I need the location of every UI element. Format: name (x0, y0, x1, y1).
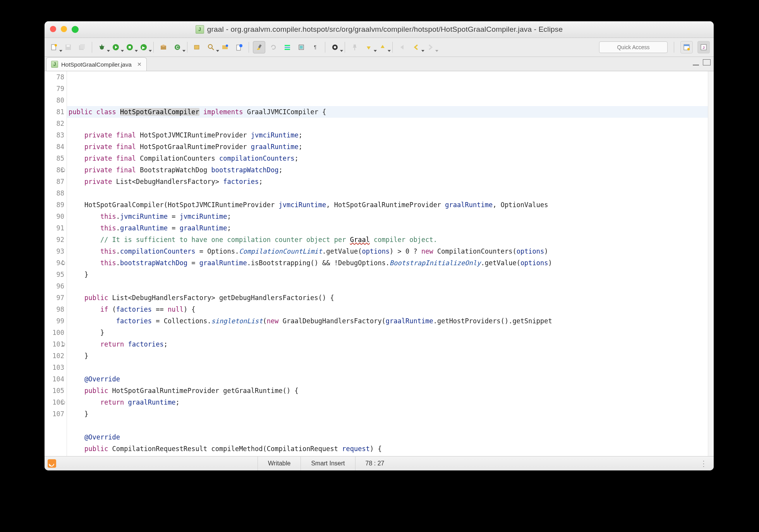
new-package-button[interactable] (158, 41, 169, 53)
code-line[interactable]: HotSpotGraalCompiler(HotSpotJVMCIRuntime… (67, 199, 714, 211)
line-number: 103 (45, 362, 64, 373)
new-class-button[interactable]: C (172, 41, 183, 53)
line-number: 107 (45, 408, 64, 420)
code-line[interactable]: private final BootstrapWatchDog bootstra… (67, 164, 714, 176)
close-window-button[interactable] (50, 26, 56, 32)
svg-point-24 (226, 45, 228, 47)
code-line[interactable]: } (67, 350, 714, 362)
overview-ruler[interactable] (708, 71, 714, 456)
save-button[interactable] (62, 41, 74, 53)
java-file-icon (196, 25, 204, 34)
rss-icon[interactable] (48, 459, 56, 468)
line-number: 98 (45, 304, 64, 315)
close-tab-icon[interactable]: ✕ (137, 61, 142, 67)
code-line[interactable]: public List<DebugHandlersFactory> getDeb… (67, 292, 714, 304)
svg-text:▶: ▶ (142, 45, 145, 50)
line-number: 88 (45, 187, 64, 199)
maximize-view-icon[interactable] (703, 59, 711, 65)
titlebar: graal - org.graalvm.compiler.hotspot/src… (45, 21, 714, 38)
line-number: 95 (45, 269, 64, 280)
code-line[interactable]: } (67, 269, 714, 280)
code-editor[interactable]: 7879808182838485868788899091929394959697… (45, 71, 714, 456)
line-number: 91 (45, 222, 64, 234)
window-controls (50, 26, 79, 33)
code-line[interactable]: private final HotSpotJVMCIRuntimeProvide… (67, 129, 714, 141)
code-line[interactable]: private final CompilationCounters compil… (67, 153, 714, 164)
code-line[interactable]: this.compilationCounters = Options.Compi… (67, 245, 714, 257)
code-line[interactable]: this.jvmciRuntime = jvmciRuntime; (67, 211, 714, 222)
code-line[interactable]: } (67, 408, 714, 420)
quick-access-input[interactable] (599, 41, 668, 53)
svg-point-26 (239, 44, 242, 47)
svg-rect-3 (67, 45, 70, 47)
run-last-button[interactable]: ▶ (138, 41, 149, 53)
toggle-block-selection-button[interactable] (295, 41, 307, 53)
show-whitespace-button[interactable]: ¶ (309, 41, 321, 53)
code-line[interactable]: return factories; (67, 338, 714, 350)
status-cursor-position: 78 : 27 (355, 456, 395, 470)
prev-annotation-button[interactable] (377, 41, 388, 53)
open-type-button[interactable] (191, 41, 203, 53)
run-button[interactable] (110, 41, 122, 53)
line-number: 101 (45, 338, 64, 350)
editor-tab-label: HotSpotGraalCompiler.java (61, 61, 132, 68)
code-line[interactable]: factories = Collections.singletonList(ne… (67, 315, 714, 327)
back-button[interactable] (410, 41, 422, 53)
window-title: graal - org.graalvm.compiler.hotspot/src… (207, 25, 563, 34)
new-button[interactable] (48, 41, 60, 53)
code-line[interactable] (67, 420, 714, 431)
svg-rect-13 (129, 46, 131, 48)
forward-button[interactable] (424, 41, 436, 53)
line-number: 92 (45, 234, 64, 245)
eclipse-window: graal - org.graalvm.compiler.hotspot/src… (45, 21, 714, 470)
debug-button[interactable] (96, 41, 108, 53)
code-line[interactable]: public CompilationRequestResult compileM… (67, 443, 714, 455)
code-line[interactable]: @Override (67, 431, 714, 443)
open-perspective-button[interactable] (680, 41, 693, 53)
editor-tab-active[interactable]: HotSpotGraalCompiler.java ✕ (46, 57, 147, 71)
toggle-highlight-button[interactable] (253, 41, 265, 53)
code-line[interactable]: // It is sufficient to have one compilat… (67, 234, 714, 245)
code-line[interactable]: if (factories == null) { (67, 304, 714, 315)
code-line[interactable]: public HotSpotGraalRuntimeProvider getGr… (67, 385, 714, 396)
zoom-window-button[interactable] (72, 26, 79, 33)
code-line[interactable] (67, 187, 714, 199)
status-overflow-icon[interactable]: ⋮ (700, 459, 714, 468)
back-history-button[interactable] (397, 41, 408, 53)
next-annotation-button[interactable] (363, 41, 374, 53)
java-perspective-button[interactable]: J (697, 41, 710, 53)
line-number: 94 (45, 257, 64, 269)
line-number: 96 (45, 280, 64, 292)
refresh-button[interactable] (268, 41, 279, 53)
code-line[interactable]: return graalRuntime; (67, 396, 714, 408)
minimize-view-icon[interactable] (693, 59, 699, 65)
line-number: 87 (45, 176, 64, 187)
code-line[interactable] (67, 280, 714, 292)
minimize-window-button[interactable] (61, 26, 67, 32)
annotations-button[interactable] (329, 41, 341, 53)
code-line[interactable]: private List<DebugHandlersFactory> facto… (67, 176, 714, 187)
code-line[interactable]: this.bootstrapWatchDog = graalRuntime.is… (67, 257, 714, 269)
coverage-button[interactable] (124, 41, 136, 53)
svg-rect-20 (194, 45, 199, 49)
line-number: 105 (45, 385, 64, 396)
editor-tabbar: HotSpotGraalCompiler.java ✕ (45, 57, 714, 71)
svg-point-21 (208, 45, 212, 48)
toggle-mark-button[interactable] (233, 41, 245, 53)
toggle-breadcrumb-button[interactable] (282, 41, 293, 53)
code-area[interactable]: public class HotSpotGraalCompiler implem… (67, 71, 714, 456)
save-all-button[interactable] (76, 41, 88, 53)
line-number: 81 (45, 106, 64, 118)
search-button[interactable] (205, 41, 217, 53)
svg-rect-29 (285, 45, 290, 46)
code-line[interactable]: } (67, 327, 714, 338)
pin-button[interactable] (349, 41, 361, 53)
code-line[interactable] (67, 362, 714, 373)
code-line[interactable]: private final HotSpotGraalRuntimeProvide… (67, 141, 714, 153)
code-line[interactable] (67, 118, 714, 129)
code-line[interactable]: @Override (67, 373, 714, 385)
open-task-button[interactable] (219, 41, 231, 53)
code-line[interactable]: this.graalRuntime = graalRuntime; (67, 222, 714, 234)
svg-point-43 (687, 48, 690, 50)
code-line[interactable]: public class HotSpotGraalCompiler implem… (67, 106, 714, 118)
